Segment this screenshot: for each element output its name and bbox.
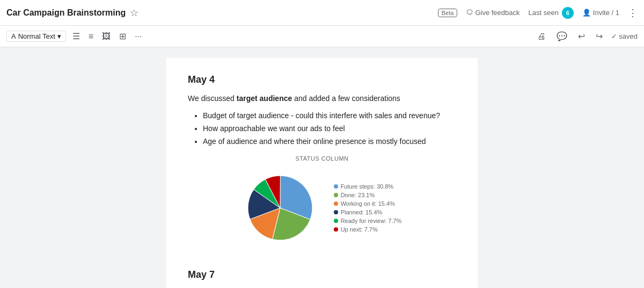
bullet-item-1: Budget of target audience - could this i… — [203, 110, 456, 123]
table-icon[interactable]: ⊞ — [117, 29, 128, 44]
text-style-selector[interactable]: A Normal Text ▾ — [6, 31, 66, 42]
pie-wrapper: STATUS COLUMN Future steps: 30.8%Done: 2… — [188, 155, 456, 256]
more-options-icon[interactable]: ⋮ — [628, 7, 638, 19]
legend-item: Working on it: 15.4% — [334, 200, 402, 207]
legend-item: Future steps: 30.8% — [334, 183, 402, 190]
last-seen: Last seen 6 — [528, 7, 573, 19]
more-format-icon[interactable]: ··· — [133, 30, 144, 44]
legend-item: Planned: 15.4% — [334, 209, 402, 215]
legend-dot — [334, 193, 338, 197]
print-icon[interactable]: 🖨 — [535, 30, 548, 44]
chart-title: STATUS COLUMN — [296, 155, 349, 162]
numbered-list-icon[interactable]: ≡ — [86, 30, 96, 44]
redo-icon[interactable]: ↪ — [594, 29, 605, 44]
feedback-icon: 🗨 — [466, 9, 473, 17]
bullet-item-3: Age of audience and where their online p… — [203, 135, 456, 148]
person-icon: 👤 — [582, 9, 591, 17]
intro-pre: We discussed — [188, 94, 237, 103]
invite-label: Invite / 1 — [593, 9, 619, 17]
legend-label: Future steps: 30.8% — [341, 183, 393, 190]
doc-title: Car Campaign Brainstorming — [6, 8, 126, 18]
image-icon[interactable]: 🖼 — [100, 30, 113, 44]
feedback-label: Give feedback — [475, 9, 519, 17]
may4-date: May 4 — [188, 74, 456, 85]
top-bar-right: Beta 🗨 Give feedback Last seen 6 👤 Invit… — [438, 7, 638, 19]
beta-badge: Beta — [438, 9, 458, 17]
invite-button[interactable]: 👤 Invite / 1 — [582, 9, 619, 17]
may7-date: May 7 — [188, 269, 456, 280]
chart-legend: Future steps: 30.8%Done: 23.1%Working on… — [334, 183, 402, 233]
legend-label: Planned: 15.4% — [341, 209, 383, 215]
text-style-label: A — [11, 32, 16, 40]
legend-item: Done: 23.1% — [334, 192, 402, 198]
main-content: May 4 We discussed target audience and a… — [0, 47, 644, 288]
pie-chart — [243, 170, 318, 246]
legend-dot — [334, 184, 338, 189]
bullet-item-2: How approachable we want our ads to feel — [203, 123, 456, 135]
top-bar-left: Car Campaign Brainstorming ☆ — [6, 7, 138, 19]
comment-icon[interactable]: 💬 — [554, 29, 569, 44]
dropdown-chevron-icon: ▾ — [57, 32, 61, 40]
legend-dot — [334, 210, 338, 214]
legend-dot — [334, 219, 338, 223]
legend-label: Working on it: 15.4% — [341, 200, 395, 207]
toolbar: A Normal Text ▾ ☰ ≡ 🖼 ⊞ ··· 🖨 💬 ↩ ↪ ✓ sa… — [0, 26, 644, 47]
legend-item: Up next: 7.7% — [334, 226, 402, 233]
saved-status: ✓ saved — [611, 32, 638, 40]
legend-dot — [334, 201, 338, 206]
style-name-label: Normal Text — [18, 32, 55, 40]
may4-section: May 4 We discussed target audience and a… — [188, 74, 456, 148]
legend-item: Ready for review: 7.7% — [334, 218, 402, 224]
document-page: May 4 We discussed target audience and a… — [166, 58, 478, 288]
top-bar: Car Campaign Brainstorming ☆ Beta 🗨 Give… — [0, 0, 644, 26]
star-icon[interactable]: ☆ — [130, 7, 138, 19]
bold-target-audience: target audience — [237, 94, 292, 103]
legend-label: Up next: 7.7% — [341, 226, 378, 233]
legend-label: Ready for review: 7.7% — [341, 218, 402, 224]
feedback-button[interactable]: 🗨 Give feedback — [466, 9, 519, 17]
may7-section: May 7 We considered budget adjustments w… — [188, 269, 456, 288]
may4-bullet-list: Budget of target audience - could this i… — [203, 110, 456, 148]
last-seen-avatar: 6 — [562, 7, 574, 19]
intro-post: and added a few considerations — [292, 94, 400, 103]
may4-intro: We discussed target audience and added a… — [188, 93, 456, 104]
bullet-list-icon[interactable]: ☰ — [70, 29, 82, 44]
toolbar-right: 🖨 💬 ↩ ↪ ✓ saved — [535, 29, 638, 44]
legend-label: Done: 23.1% — [341, 192, 375, 198]
undo-icon[interactable]: ↩ — [576, 29, 587, 44]
chart-section: STATUS COLUMN Future steps: 30.8%Done: 2… — [188, 155, 456, 256]
legend-dot — [334, 227, 338, 232]
last-seen-label: Last seen — [528, 9, 558, 17]
chart-container: Future steps: 30.8%Done: 23.1%Working on… — [243, 170, 402, 246]
toolbar-left: A Normal Text ▾ ☰ ≡ 🖼 ⊞ ··· — [6, 29, 144, 44]
